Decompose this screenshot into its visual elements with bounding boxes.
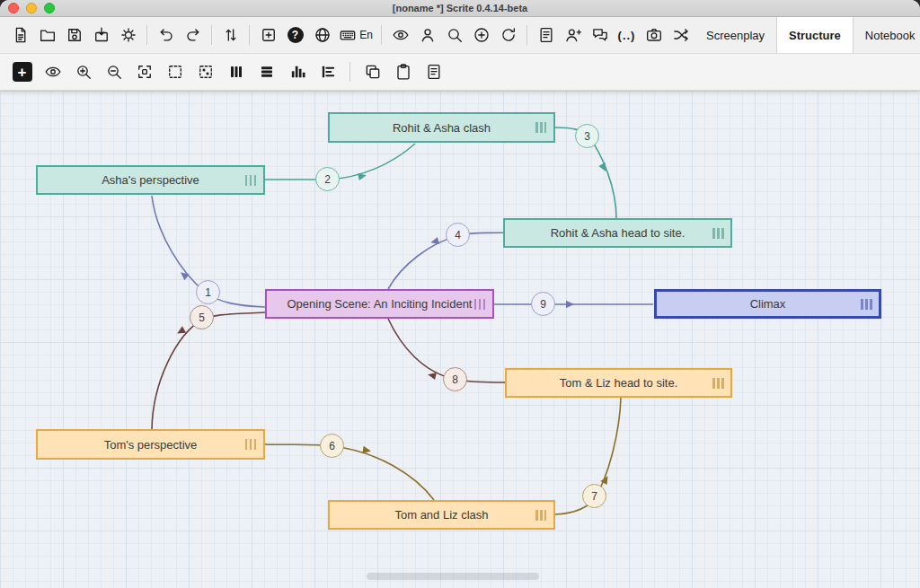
- add-button[interactable]: [468, 21, 494, 49]
- comments-button[interactable]: [587, 21, 613, 49]
- new-file-button[interactable]: [7, 21, 33, 49]
- help-button[interactable]: ?: [282, 21, 308, 49]
- chat-bubbles-icon: [591, 26, 609, 44]
- scene-card-tom-liz-head-to-site[interactable]: Tom & Liz head to site.: [505, 368, 732, 398]
- connector-number-bubble[interactable]: 2: [315, 167, 340, 191]
- connector-number-bubble[interactable]: 8: [443, 367, 467, 391]
- app-window: [noname *] Scrite 0.4.14-beta ? En (..) …: [0, 0, 920, 588]
- toolbar-separator: [381, 25, 382, 45]
- language-button[interactable]: [309, 21, 335, 49]
- export-icon: [93, 26, 111, 44]
- structure-canvas[interactable]: Rohit & Asha clash Asha's perspective Ro…: [0, 91, 920, 588]
- save-button[interactable]: [61, 21, 87, 49]
- connector-number-bubble[interactable]: 7: [582, 484, 606, 508]
- zoom-out-button[interactable]: [101, 57, 127, 86]
- connector-number-bubble[interactable]: 1: [196, 280, 220, 304]
- connector-number-bubble[interactable]: 3: [575, 124, 599, 148]
- connector-number-bubble[interactable]: 6: [320, 434, 344, 458]
- notes-icon: [425, 63, 443, 81]
- zoom-window-button[interactable]: [44, 3, 55, 13]
- keyboard-layout-button[interactable]: En: [336, 21, 376, 49]
- scene-card-title: Rohit & Asha head to site.: [551, 226, 686, 240]
- shuffle-button[interactable]: [668, 21, 694, 49]
- eye-icon: [392, 26, 410, 44]
- folder-icon: [39, 26, 57, 44]
- new-document-icon: [12, 26, 30, 44]
- globe-icon: [314, 26, 332, 44]
- connector-2-path[interactable]: [265, 144, 415, 180]
- scene-card-opening-scene[interactable]: Opening Scene: An Inciting Incident: [265, 289, 494, 319]
- help-icon: ?: [288, 27, 304, 43]
- zoom-in-icon: [75, 63, 93, 81]
- toolbar-separator: [249, 25, 250, 45]
- toolbar-separator: [349, 62, 350, 82]
- beat-board-button[interactable]: [223, 57, 249, 86]
- structure-preview-button[interactable]: [40, 57, 66, 86]
- preview-button[interactable]: [387, 21, 413, 49]
- screenshot-button[interactable]: [641, 21, 667, 49]
- scene-card-title: Opening Scene: An Inciting Incident: [288, 297, 473, 311]
- zoom-in-button[interactable]: [70, 57, 96, 86]
- connector-5-path[interactable]: [152, 312, 265, 429]
- text-scale-button[interactable]: [217, 21, 243, 49]
- connector-number-bubble[interactable]: 9: [531, 292, 555, 316]
- report-icon: [537, 26, 555, 44]
- minimize-window-button[interactable]: [26, 3, 37, 13]
- fit-view-button[interactable]: [131, 57, 157, 86]
- undo-button[interactable]: [153, 21, 179, 49]
- horizontal-scrollbar[interactable]: [367, 573, 539, 580]
- floppy-icon: [66, 26, 84, 44]
- connector-number-bubble[interactable]: 5: [190, 305, 214, 329]
- scene-card-title: Climax: [750, 297, 786, 311]
- refresh-icon: [500, 26, 518, 44]
- scene-card-tom-perspective[interactable]: Tom's perspective: [36, 429, 265, 460]
- scene-card-rohit-asha-clash[interactable]: Rohit & Asha clash: [328, 112, 555, 143]
- box-capture-button[interactable]: [255, 21, 281, 49]
- open-file-button[interactable]: [34, 21, 60, 49]
- zoom-out-icon: [105, 63, 123, 81]
- list-view-button[interactable]: [253, 57, 279, 86]
- add-character-button[interactable]: [560, 21, 586, 49]
- tab-screenplay[interactable]: Screenplay: [694, 17, 776, 53]
- scene-card-title: Tom's perspective: [104, 438, 198, 452]
- connector-1-arrow: [178, 269, 189, 280]
- code-brackets-button[interactable]: (..): [614, 21, 640, 49]
- titlebar: [noname *] Scrite 0.4.14-beta: [0, 0, 920, 17]
- connector-9-arrow: [566, 301, 574, 308]
- reports-button[interactable]: [533, 21, 559, 49]
- plus-icon: +: [13, 62, 32, 82]
- characters-button[interactable]: [414, 21, 440, 49]
- traffic-lights: [8, 0, 55, 16]
- tab-structure[interactable]: Structure: [776, 17, 854, 53]
- connector-number-bubble[interactable]: 4: [446, 223, 470, 247]
- window-title: [noname *] Scrite 0.4.14-beta: [0, 3, 920, 13]
- annotations-button[interactable]: [420, 57, 447, 86]
- scene-card-rohit-asha-head-to-site[interactable]: Rohit & Asha head to site.: [503, 218, 732, 248]
- scene-bars-icon: [245, 439, 257, 450]
- timeline-view-button[interactable]: [284, 57, 310, 86]
- add-scene-button[interactable]: +: [9, 57, 35, 86]
- scene-card-climax[interactable]: Climax: [654, 289, 881, 319]
- refresh-button[interactable]: [495, 21, 521, 49]
- up-down-arrows-icon: [222, 26, 240, 44]
- keyboard-icon: [339, 26, 357, 44]
- rect-select-button[interactable]: [162, 57, 188, 86]
- snap-select-button[interactable]: [192, 57, 218, 86]
- settings-button[interactable]: [115, 21, 141, 49]
- box-plus-icon: [260, 26, 278, 44]
- redo-button[interactable]: [180, 21, 206, 49]
- tab-notebook[interactable]: Notebook: [854, 17, 920, 53]
- person-plus-icon: [564, 26, 582, 44]
- outline-view-button[interactable]: [314, 57, 341, 86]
- scene-card-tom-and-liz-clash[interactable]: Tom and Liz clash: [328, 500, 555, 530]
- copy-button[interactable]: [359, 57, 385, 86]
- close-window-button[interactable]: [8, 3, 19, 13]
- connector-6-path[interactable]: [265, 444, 434, 500]
- scene-card-asha-perspective[interactable]: Asha's perspective: [36, 165, 265, 195]
- export-button[interactable]: [88, 21, 114, 49]
- plus-circle-icon: [473, 26, 491, 44]
- paste-button[interactable]: [390, 57, 416, 86]
- gear-icon: [119, 26, 137, 44]
- search-button[interactable]: [441, 21, 467, 49]
- fit-view-icon: [136, 63, 154, 81]
